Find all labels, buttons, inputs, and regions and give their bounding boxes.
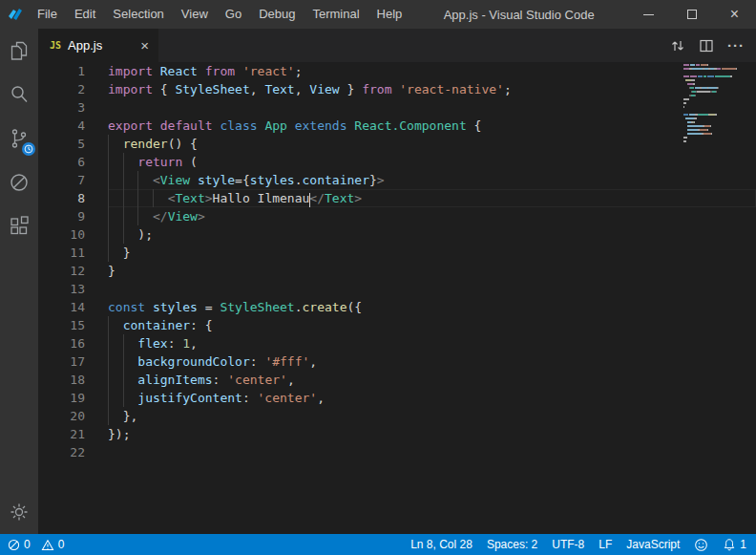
code-line[interactable]: 7 <View style={styles.container}> (38, 171, 756, 189)
notifications-bell[interactable]: 1 (723, 538, 746, 551)
eol-setting[interactable]: LF (598, 538, 612, 551)
code-line[interactable]: 14const styles = StyleSheet.create({ (38, 298, 756, 316)
code-line[interactable]: 20 }, (38, 407, 756, 425)
line-number[interactable]: 22 (38, 443, 108, 461)
menu-view[interactable]: View (173, 0, 217, 29)
code-line[interactable]: 6 return ( (38, 153, 756, 171)
tab-label: App.js (68, 38, 132, 53)
settings-gear-icon[interactable] (0, 490, 38, 534)
line-number[interactable]: 3 (38, 98, 108, 117)
code-line[interactable]: 1import React from 'react'; (38, 62, 756, 80)
indent-guide (123, 389, 124, 407)
line-number[interactable]: 11 (38, 244, 108, 262)
indent-guide (123, 334, 124, 352)
code-line[interactable]: 22 (38, 443, 756, 461)
error-status[interactable]: 0 (8, 538, 31, 551)
indent-guide (123, 352, 124, 371)
line-number[interactable]: 5 (38, 135, 108, 153)
line-number[interactable]: 7 (38, 171, 108, 189)
line-number[interactable]: 1 (38, 62, 108, 80)
split-editor-icon[interactable] (699, 38, 714, 53)
line-number[interactable]: 8 (38, 189, 108, 207)
language-mode[interactable]: JavaScript (626, 538, 680, 551)
warning-status[interactable]: 0 (41, 538, 65, 551)
close-button[interactable]: × (713, 0, 756, 29)
minimize-button[interactable] (627, 0, 670, 29)
code-line[interactable]: 4export default class App extends React.… (38, 117, 756, 135)
code-line[interactable]: 9 </View> (38, 207, 756, 225)
line-number[interactable]: 2 (38, 80, 108, 98)
menu-selection[interactable]: Selection (104, 0, 172, 29)
code-line[interactable]: 11 } (38, 244, 756, 262)
error-count: 0 (24, 538, 31, 551)
extensions-icon[interactable] (0, 204, 38, 248)
indent-guide (108, 352, 109, 371)
indent-guide (108, 135, 109, 153)
line-number[interactable]: 21 (38, 425, 108, 443)
menu-edit[interactable]: Edit (66, 0, 104, 29)
line-number[interactable]: 4 (38, 117, 108, 135)
source-control-icon[interactable] (0, 117, 38, 160)
more-actions-icon[interactable]: ··· (727, 37, 745, 53)
indent-guide (123, 207, 124, 225)
code-line[interactable]: 21}); (38, 425, 756, 443)
line-number[interactable]: 14 (38, 298, 108, 316)
menu-go[interactable]: Go (217, 0, 250, 29)
debug-icon[interactable] (0, 160, 38, 204)
cursor-position[interactable]: Ln 8, Col 28 (410, 538, 472, 551)
tab-appjs[interactable]: JS App.js × (38, 29, 158, 62)
window-controls: × (627, 0, 756, 29)
explorer-icon[interactable] (0, 29, 38, 73)
indent-guide (108, 334, 109, 352)
tab-close-icon[interactable]: × (138, 38, 151, 53)
indent-guide (108, 189, 109, 207)
code-line[interactable]: 2import { StyleSheet, Text, View } from … (38, 80, 756, 98)
code-line[interactable]: 17 backgroundColor: '#fff', (38, 352, 756, 371)
code-line[interactable]: 8 <Text>Hallo Ilmenau</Text> (38, 189, 756, 207)
code-line[interactable]: 5 render() { (38, 135, 756, 153)
code-line[interactable]: 15 container: { (38, 316, 756, 334)
menu-bar: FileEditSelectionViewGoDebugTerminalHelp (29, 0, 410, 29)
code-line[interactable]: 3 (38, 98, 756, 117)
encoding-setting[interactable]: UTF-8 (552, 538, 584, 551)
menu-terminal[interactable]: Terminal (304, 0, 368, 29)
line-number[interactable]: 6 (38, 153, 108, 171)
code-line[interactable]: 19 justifyContent: 'center', (38, 389, 756, 407)
indentation-setting[interactable]: Spaces: 2 (487, 538, 537, 551)
line-number[interactable]: 19 (38, 389, 108, 407)
line-number[interactable]: 10 (38, 225, 108, 244)
line-number[interactable]: 12 (38, 262, 108, 280)
indent-guide (137, 171, 138, 189)
line-number[interactable]: 20 (38, 407, 108, 425)
menu-file[interactable]: File (29, 0, 66, 29)
line-number[interactable]: 17 (38, 352, 108, 371)
line-number[interactable]: 9 (38, 207, 108, 225)
code-line[interactable]: 18 alignItems: 'center', (38, 371, 756, 389)
indent-guide (108, 171, 109, 189)
line-number[interactable]: 18 (38, 371, 108, 389)
menu-debug[interactable]: Debug (250, 0, 304, 29)
minimap[interactable] (683, 64, 743, 148)
code-line[interactable]: 12} (38, 262, 756, 280)
menu-help[interactable]: Help (368, 0, 411, 29)
editor[interactable]: 1import React from 'react';2import { Sty… (38, 62, 756, 534)
code-line[interactable]: 10 ); (38, 225, 756, 244)
indent-guide (108, 316, 109, 334)
maximize-button[interactable] (670, 0, 713, 29)
open-changes-icon[interactable] (670, 38, 685, 53)
line-number[interactable]: 13 (38, 280, 108, 298)
feedback-smiley-icon[interactable] (694, 538, 708, 552)
indent-guide (123, 225, 124, 244)
vscode-window: FileEditSelectionViewGoDebugTerminalHelp… (0, 0, 756, 555)
warning-count: 0 (58, 538, 65, 551)
code-line[interactable]: 16 flex: 1, (38, 334, 756, 352)
javascript-file-icon: JS (50, 40, 61, 51)
vscode-logo-icon (8, 7, 23, 22)
indent-guide (123, 153, 124, 171)
warning-icon (41, 539, 54, 551)
line-number[interactable]: 15 (38, 316, 108, 334)
code-line[interactable]: 13 (38, 280, 756, 298)
sync-clock-badge (22, 142, 35, 156)
search-icon[interactable] (0, 73, 38, 117)
line-number[interactable]: 16 (38, 334, 108, 352)
